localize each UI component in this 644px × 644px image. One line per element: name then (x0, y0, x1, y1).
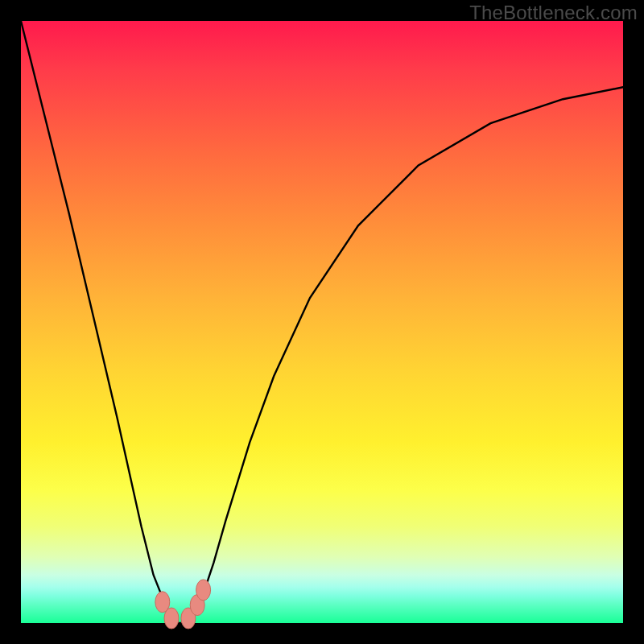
data-markers (155, 580, 211, 629)
chart-frame: TheBottleneck.com (0, 0, 644, 644)
marker-pt5 (196, 580, 211, 601)
chart-plot-area (21, 21, 623, 623)
chart-svg (21, 21, 623, 623)
curve-line (21, 21, 623, 623)
marker-pt2 (164, 608, 179, 629)
watermark-text: TheBottleneck.com (469, 2, 638, 24)
